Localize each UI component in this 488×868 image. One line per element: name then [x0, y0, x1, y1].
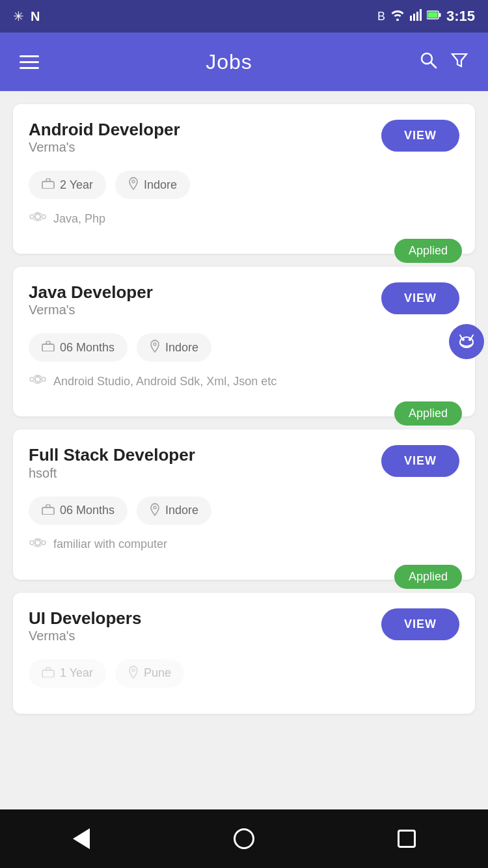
experience-tag-3: 06 Months — [29, 496, 128, 525]
bluetooth-icon: B — [377, 10, 385, 23]
briefcase-icon — [42, 178, 55, 191]
location-tag-4: Pune — [115, 659, 184, 688]
skills-icon-3 — [29, 536, 47, 554]
skills-value-1: Java, Php — [53, 212, 105, 226]
job-tags-3: 06 Months Indore — [29, 496, 459, 525]
battery-icon — [427, 10, 441, 23]
view-button-1[interactable]: VIEW — [381, 120, 459, 152]
svg-rect-3 — [420, 9, 422, 21]
location-value-1: Indore — [144, 178, 177, 192]
status-time: 3:15 — [446, 8, 475, 25]
job-tags-2: 06 Months Indore — [29, 333, 459, 362]
location-icon-1 — [128, 177, 139, 193]
view-button-2[interactable]: VIEW — [381, 282, 459, 314]
job-tags-4: 1 Year Pune — [29, 659, 459, 688]
job-skills-3: familiar with computer — [29, 536, 459, 554]
wifi-icon — [390, 9, 405, 23]
briefcase-icon-3 — [42, 504, 55, 517]
experience-value-4: 1 Year — [60, 666, 93, 680]
experience-value-3: 06 Months — [60, 504, 115, 517]
job-company-1: Verma's — [29, 140, 180, 155]
svg-point-27 — [42, 541, 46, 545]
job-title-1: Android Developer — [29, 120, 180, 140]
job-skills-2: Android Studio, Android Sdk, Xml, Json e… — [29, 372, 459, 390]
android-fab[interactable] — [449, 324, 484, 359]
location-icon-3 — [150, 503, 160, 519]
briefcase-icon-2 — [42, 341, 55, 354]
applied-badge-3: Applied — [394, 565, 462, 589]
location-tag-3: Indore — [137, 496, 211, 525]
svg-marker-9 — [452, 54, 467, 66]
search-icon[interactable] — [419, 51, 437, 74]
svg-point-17 — [35, 377, 40, 382]
app-bar-actions — [419, 51, 468, 74]
status-right-icons: B 3:15 — [377, 8, 475, 25]
job-title-2: Java Developer — [29, 282, 153, 303]
job-card-4: UI Developers Verma's VIEW 1 Year — [13, 593, 475, 714]
job-tags-1: 2 Year Indore — [29, 170, 459, 199]
job-title-4: UI Developers — [29, 608, 141, 629]
experience-tag-4: 1 Year — [29, 659, 106, 688]
view-button-3[interactable]: VIEW — [381, 445, 459, 477]
job-skills-1: Java, Php — [29, 210, 459, 228]
experience-tag-1: 2 Year — [29, 170, 106, 199]
notification-icon: N — [31, 9, 40, 24]
svg-rect-2 — [416, 12, 418, 21]
svg-point-24 — [154, 506, 156, 509]
job-card-2: Java Developer Verma's VIEW 06 Months — [13, 267, 475, 416]
skills-icon-1 — [29, 210, 47, 228]
svg-rect-1 — [413, 14, 415, 21]
svg-rect-23 — [42, 508, 54, 515]
skills-value-3: familiar with computer — [53, 537, 167, 551]
applied-badge-1: Applied — [394, 239, 462, 263]
svg-rect-10 — [42, 182, 54, 189]
svg-rect-5 — [439, 13, 441, 17]
app-bar-title: Jobs — [206, 50, 252, 74]
location-tag-1: Indore — [115, 170, 190, 199]
status-left-icons: ✳ N — [13, 8, 40, 24]
job-card-3: Full Stack Developer hsoft VIEW 06 Month… — [13, 429, 475, 579]
recent-button[interactable] — [390, 822, 423, 855]
svg-point-18 — [30, 377, 34, 381]
job-title-3: Full Stack Developer — [29, 445, 195, 465]
svg-point-16 — [154, 343, 156, 346]
location-value-2: Indore — [165, 341, 198, 355]
skills-value-2: Android Studio, Android Sdk, Xml, Json e… — [53, 375, 277, 388]
svg-rect-15 — [42, 344, 54, 351]
status-bar: ✳ N B 3:15 — [0, 0, 488, 33]
job-company-2: Verma's — [29, 303, 153, 318]
svg-point-19 — [42, 377, 46, 381]
view-button-4[interactable]: VIEW — [381, 608, 459, 640]
asterisk-icon: ✳ — [13, 8, 24, 24]
menu-button[interactable] — [20, 55, 39, 69]
applied-badge-2: Applied — [394, 401, 462, 426]
svg-point-11 — [132, 180, 135, 183]
svg-rect-6 — [427, 12, 437, 18]
home-button[interactable] — [228, 822, 260, 855]
filter-icon[interactable] — [450, 51, 468, 74]
jobs-list: Android Developer Verma's VIEW 2 Year — [0, 91, 488, 714]
job-company-3: hsoft — [29, 466, 195, 481]
experience-value-2: 06 Months — [60, 341, 115, 355]
app-bar: Jobs — [0, 33, 488, 91]
location-icon-4 — [128, 666, 139, 681]
svg-rect-0 — [410, 16, 412, 21]
svg-point-13 — [30, 215, 34, 219]
location-icon-2 — [150, 340, 160, 355]
bottom-nav — [0, 809, 488, 868]
back-button[interactable] — [65, 822, 98, 855]
job-card-1: Android Developer Verma's VIEW 2 Year — [13, 104, 475, 254]
svg-line-8 — [431, 62, 436, 68]
skills-icon-2 — [29, 372, 47, 390]
svg-rect-28 — [42, 670, 54, 677]
location-value-3: Indore — [165, 504, 198, 517]
job-company-4: Verma's — [29, 629, 141, 644]
briefcase-icon-4 — [42, 667, 55, 680]
signal-icon — [410, 9, 422, 23]
location-tag-2: Indore — [137, 333, 211, 362]
location-value-4: Pune — [144, 666, 171, 680]
svg-point-26 — [30, 541, 34, 545]
svg-point-29 — [132, 669, 135, 671]
svg-point-25 — [35, 540, 40, 545]
svg-point-12 — [35, 214, 40, 219]
